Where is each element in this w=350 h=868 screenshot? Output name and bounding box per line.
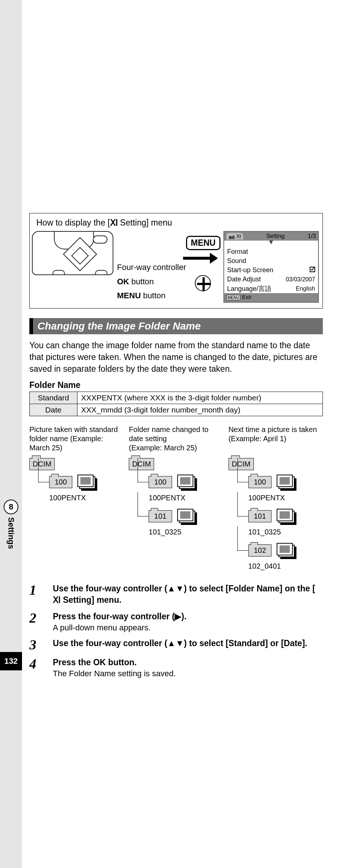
menu-box-inner: Four-way controller OK button MENU butto… — [32, 231, 319, 305]
photos-icon — [77, 475, 96, 490]
cell-standard-label: Standard — [30, 392, 77, 404]
step-number: 1 — [29, 583, 53, 606]
t: button. — [106, 658, 136, 667]
lcd-screen: 📷 Ⅺ Setting 1/3 ▼ Format Sound Start-up … — [223, 231, 319, 303]
content: How to display the [Ⅺ Setting] menu Four… — [29, 213, 323, 684]
folder-branch: 102 — [237, 539, 323, 563]
folder-branch: 101 — [138, 504, 223, 529]
cam-top-button — [93, 235, 107, 244]
step-body: Use the four-way controller (▲▼) to sele… — [53, 583, 323, 606]
dpad-illustration — [63, 237, 97, 271]
t: Use the four-way controller (▲▼) to sele… — [53, 584, 315, 593]
folder-tree: DCIM 100 100PENTX — [29, 458, 124, 502]
step-3: 3 Use the four-way controller (▲▼) to se… — [29, 638, 323, 652]
controller-icon — [195, 275, 211, 291]
folder-name-heading: Folder Name — [29, 380, 323, 390]
left-gutter — [0, 0, 22, 868]
t: Press the — [53, 658, 93, 667]
step-number: 2 — [29, 611, 53, 633]
subfolder-label: 102_0401 — [248, 562, 323, 570]
lcd-row-sound: Sound — [227, 256, 315, 266]
folder-branch: 100 — [38, 470, 124, 494]
steps-list: 1 Use the four-way controller (▲▼) to se… — [29, 583, 323, 678]
diagram-caption: Picture taken with standard folder name … — [29, 425, 124, 454]
ok-bold: OK — [117, 277, 129, 286]
step-2: 2 Press the four-way controller (▶). A p… — [29, 611, 323, 633]
dcim-folder-icon: DCIM — [129, 458, 154, 470]
diagram-caption: Next time a picture is taken (Example: A… — [229, 425, 323, 454]
setting-icon: Ⅺ — [110, 218, 118, 228]
chapter-label: Settings — [6, 517, 16, 549]
check-icon — [310, 267, 315, 272]
cam-left-button — [52, 270, 65, 275]
photos-icon — [277, 543, 296, 558]
subfolder-label: 100PENTX — [248, 494, 323, 502]
ok-suffix: button — [129, 277, 154, 286]
diagram-standard: Picture taken with standard folder name … — [29, 425, 124, 573]
step-title: Press the OK button. — [53, 657, 176, 668]
setting-icon: Ⅺ — [53, 594, 61, 606]
lcd-label: Language/言語 — [227, 284, 271, 293]
step-number: 4 — [29, 657, 53, 678]
intro-text: You can change the image folder name fro… — [29, 339, 323, 375]
menu-display-box: How to display the [Ⅺ Setting] menu Four… — [29, 213, 323, 309]
lcd-tab-icons: 📷 Ⅺ — [226, 233, 243, 239]
photos-icon — [177, 475, 196, 490]
step-desc: A pull-down menu appears. — [53, 623, 186, 633]
title-prefix: How to display the [ — [36, 218, 110, 227]
subfolder-label: 100PENTX — [149, 494, 223, 502]
section-heading: Changing the Image Folder Name — [29, 318, 323, 334]
ok-bold: OK — [93, 658, 106, 667]
camera-illustration — [32, 231, 113, 299]
folder-name-table: Standard XXXPENTX (where XXX is the 3-di… — [29, 392, 323, 416]
step-desc: The Folder Name setting is saved. — [53, 669, 176, 678]
table-row: Standard XXXPENTX (where XXX is the 3-di… — [30, 392, 323, 404]
camera-body — [32, 231, 113, 275]
side-tab: 8 Settings — [0, 500, 22, 573]
step-title: Press the four-way controller (▶). — [53, 611, 186, 622]
subfolder-icon: 100 — [149, 476, 172, 488]
step-body: Press the four-way controller (▶). A pul… — [53, 611, 186, 633]
subfolder-icon: 102 — [248, 544, 271, 557]
diagram-next: Next time a picture is taken (Example: A… — [229, 425, 323, 573]
lcd-label: Date Adjust — [227, 275, 261, 283]
camera-labels: Four-way controller OK button MENU butto… — [117, 260, 186, 303]
chapter-number-badge: 8 — [4, 500, 18, 514]
page-number: 132 — [0, 652, 22, 670]
lcd-body: Format Sound Start-up Screen Date Adjust… — [224, 246, 318, 293]
menu-key-badge: MENU — [186, 236, 220, 250]
t: Setting] menu. — [61, 595, 121, 605]
page: 8 Settings 132 How to display the [Ⅺ Set… — [0, 0, 350, 868]
step-1: 1 Use the four-way controller (▲▼) to se… — [29, 583, 323, 606]
diagram-caption: Folder name changed to date setting (Exa… — [129, 425, 223, 454]
table-row: Date XXX_mmdd (3-digit folder number_mon… — [30, 404, 323, 416]
lcd-value — [310, 267, 315, 274]
folder-branch: 100 — [237, 470, 323, 494]
lcd-label: Sound — [227, 257, 246, 265]
lcd-header-page: 1/3 — [308, 233, 316, 239]
title-suffix: Setting] menu — [118, 218, 172, 227]
menu-box-title: How to display the [Ⅺ Setting] menu — [36, 218, 316, 228]
folder-tree: DCIM 100 100PENTX 101 101_0325 102 — [229, 458, 323, 570]
lcd-row-language: Language/言語English — [227, 284, 315, 293]
lcd-value: English — [296, 285, 315, 292]
photos-icon — [177, 509, 196, 524]
subfolder-label: 100PENTX — [49, 494, 124, 502]
folder-branch: 100 — [138, 470, 223, 494]
ok-button-label: OK button — [117, 275, 186, 289]
step-body: Press the OK button. The Folder Name set… — [53, 657, 176, 678]
cell-date-value: XXX_mmdd (3-digit folder number_month da… — [77, 404, 323, 416]
subfolder-label: 101_0325 — [149, 528, 223, 536]
subfolder-icon: 101 — [248, 510, 271, 522]
lcd-row-date: Date Adjust03/03/2007 — [227, 275, 315, 284]
arrow-icon — [183, 257, 211, 260]
menu-suffix: button — [141, 291, 165, 300]
lcd-label: Start-up Screen — [227, 266, 273, 274]
chevron-down-icon: ▼ — [224, 241, 318, 246]
step-title: Use the four-way controller (▲▼) to sele… — [53, 583, 323, 606]
lcd-row-startup: Start-up Screen — [227, 266, 315, 275]
cell-date-label: Date — [30, 404, 77, 416]
fourway-label: Four-way controller — [117, 260, 186, 275]
subfolder-icon: 100 — [49, 476, 72, 488]
folder-branch: 101 — [237, 504, 323, 529]
